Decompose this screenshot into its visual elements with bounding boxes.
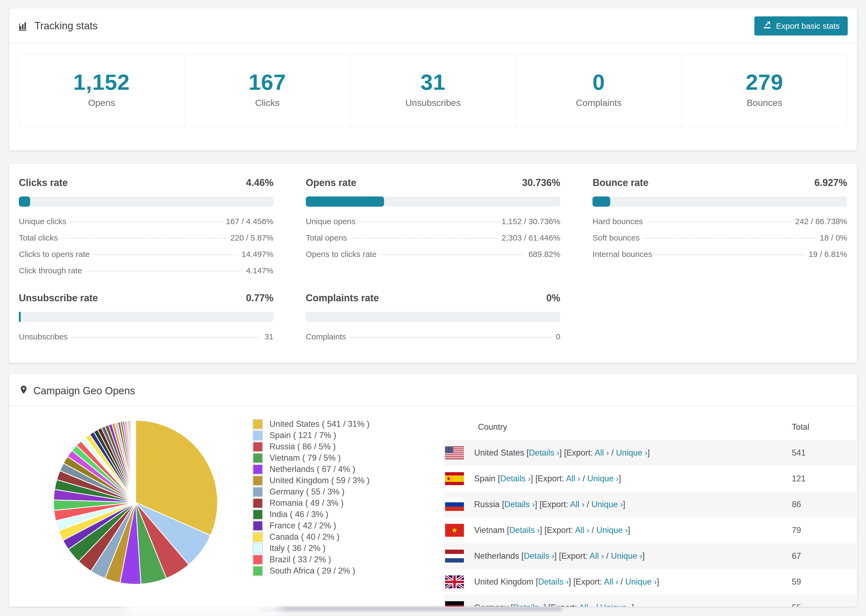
geo-legend: United States ( 541 / 31% ) Spain ( 121 … [252, 418, 370, 577]
dotted-leader [72, 337, 261, 338]
total-cell: 59 [792, 577, 856, 587]
metric-label: Total opens [306, 233, 347, 242]
country-cell: Russia [Details ›] [Export: All › / Uniq… [474, 500, 792, 509]
flag-de-icon [445, 601, 464, 607]
legend-swatch [252, 566, 263, 576]
legend-swatch [252, 520, 263, 531]
details-link[interactable]: Details › [504, 500, 535, 509]
country-cell: Spain [Details ›] [Export: All › / Uniqu… [474, 474, 792, 484]
page-title: Tracking stats [18, 20, 98, 32]
dotted-leader [380, 255, 525, 255]
rates-grid: Clicks rate 4.46% Unique clicks 167 / 4.… [19, 177, 847, 341]
export-all-link[interactable]: All › [579, 603, 593, 607]
legend-item: Brazil ( 33 / 2% ) [252, 554, 370, 565]
export-all-link[interactable]: All › [570, 500, 584, 509]
export-unique-link[interactable]: Unique › [587, 474, 619, 483]
stat-label: Complaints [516, 97, 682, 108]
export-unique-link[interactable]: Unique › [591, 500, 623, 509]
export-all-link[interactable]: All › [604, 577, 618, 586]
metric-label: Unique clicks [19, 217, 66, 226]
progress-bar [592, 196, 847, 207]
country-column-header: Country [444, 422, 792, 432]
country-name: Spain [474, 474, 495, 483]
total-cell: 79 [792, 525, 856, 535]
export-all-link[interactable]: All › [595, 448, 609, 457]
flag-ru-icon [445, 498, 464, 511]
flag-us-icon [445, 446, 464, 459]
legend-swatch [252, 509, 263, 520]
table-row-de: Germany [Details ›] [Export: All › / Uni… [444, 595, 856, 607]
geo-table-body: United States [Details ›] [Export: All ›… [444, 440, 856, 607]
rate-percent: 4.46% [246, 177, 274, 189]
metric-row: Internal bounces 19 / 6.81% [592, 250, 847, 259]
metric-value: 31 [265, 332, 273, 341]
country-name: Germany [474, 603, 508, 607]
metric-label: Hard bounces [592, 217, 643, 226]
flag-nl-icon [445, 550, 464, 563]
dotted-leader [70, 222, 222, 222]
rates-panel: Clicks rate 4.46% Unique clicks 167 / 4.… [9, 163, 857, 363]
details-link[interactable]: Details › [509, 525, 540, 535]
legend-swatch [252, 555, 263, 565]
rate-block: Bounce rate 6.927% Hard bounces 242 / 86… [592, 177, 847, 275]
stat-label: Unsubscribes [350, 97, 516, 108]
rate-title: Bounce rate [592, 177, 649, 189]
details-link[interactable]: Details › [529, 448, 559, 457]
progress-bar-fill [306, 196, 384, 207]
export-unique-link[interactable]: Unique › [616, 448, 647, 457]
legend-item: United Kingdom ( 59 / 3% ) [252, 475, 370, 486]
metric-label: Opens to clicks rate [306, 250, 376, 259]
metric-row: Unique opens 1,152 / 30.736% [306, 217, 561, 226]
table-row-vn: Vietnam [Details ›] [Export: All › / Uni… [444, 517, 856, 543]
metric-row: Opens to clicks rate 689.82% [306, 250, 561, 259]
metric-value: 689.82% [529, 250, 560, 259]
legend-item: Italy ( 36 / 2% ) [252, 543, 370, 554]
total-column-header: Total [792, 422, 856, 432]
metric-value: 167 / 4.456% [226, 217, 274, 226]
legend-label: Canada ( 40 / 2% ) [269, 532, 339, 542]
metric-row: Total clicks 220 / 5.87% [19, 233, 274, 242]
legend-swatch [252, 475, 263, 486]
legend-label: India ( 46 / 3% ) [269, 509, 328, 519]
progress-bar-fill [592, 196, 610, 207]
export-icon [762, 20, 772, 31]
export-all-link[interactable]: All › [575, 525, 589, 535]
total-cell: 67 [792, 551, 856, 561]
export-unique-link[interactable]: Unique › [611, 551, 642, 561]
export-unique-link[interactable]: Unique › [625, 577, 657, 586]
metric-row: Click through rate 4.147% [19, 266, 274, 275]
flag-vn-icon [445, 524, 464, 537]
legend-swatch [252, 464, 263, 475]
stat-value: 31 [350, 70, 516, 95]
country-name: United Kingdom [474, 577, 534, 586]
details-link[interactable]: Details › [513, 603, 544, 607]
details-link[interactable]: Details › [500, 474, 531, 483]
metric-row: Hard bounces 242 / 86.738% [592, 217, 847, 226]
legend-item: Russia ( 86 / 5% ) [252, 441, 370, 452]
export-all-link[interactable]: All › [566, 474, 580, 483]
country-cell: United States [Details ›] [Export: All ›… [474, 448, 792, 458]
export-all-link[interactable]: All › [589, 551, 604, 561]
dotted-leader [656, 255, 805, 255]
export-button-label: Export basic stats [776, 22, 840, 31]
details-link[interactable]: Details › [538, 577, 569, 586]
export-unique-link[interactable]: Unique › [596, 525, 628, 535]
metric-value: 19 / 6.81% [809, 250, 847, 259]
tracking-stats-panel: Tracking stats Export basic stats 1,152 … [9, 8, 857, 151]
summary-stat-bounces: 279 Bounces [682, 54, 847, 127]
export-basic-stats-button[interactable]: Export basic stats [754, 16, 848, 36]
legend-item: Canada ( 40 / 2% ) [252, 531, 370, 543]
table-row-gb: United Kingdom [Details ›] [Export: All … [444, 569, 856, 595]
details-link[interactable]: Details › [524, 551, 554, 561]
legend-swatch [252, 532, 263, 542]
metric-row: Complaints 0 [306, 332, 561, 341]
legend-label: Russia ( 86 / 5% ) [269, 442, 335, 451]
dotted-leader [86, 271, 242, 272]
export-unique-link[interactable]: Unique › [600, 603, 632, 607]
metric-label: Unsubscribes [19, 332, 68, 341]
rate-title: Clicks rate [19, 177, 68, 189]
legend-swatch [252, 543, 263, 554]
total-cell: 55 [792, 603, 856, 607]
rate-block: Complaints rate 0% Complaints 0 [306, 292, 561, 341]
metric-label: Clicks to opens rate [19, 250, 90, 259]
